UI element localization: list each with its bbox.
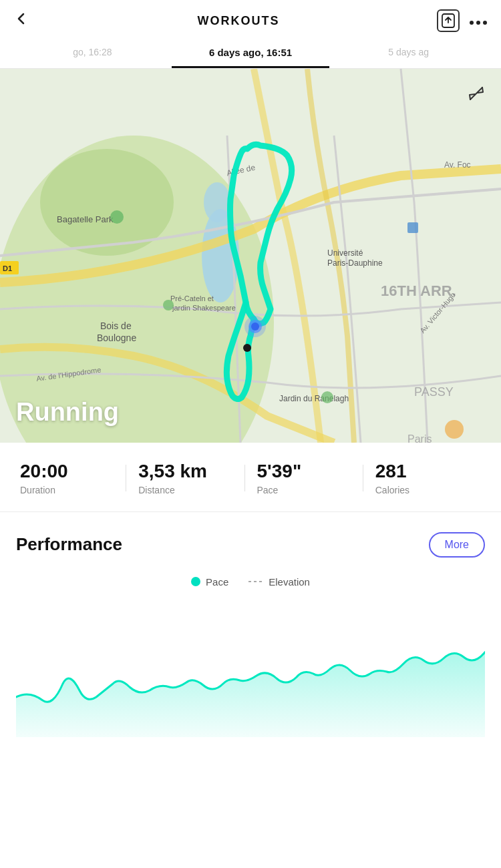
performance-chart xyxy=(16,604,485,737)
svg-text:jardin Shakespeare: jardin Shakespeare xyxy=(172,304,236,312)
stat-duration: 20:00 Duration xyxy=(20,461,126,495)
chart-svg xyxy=(16,604,485,737)
pace-legend-label: Pace xyxy=(206,576,228,588)
svg-text:Bagatelle Park: Bagatelle Park xyxy=(57,214,114,224)
tab-prev[interactable]: go, 16:28 xyxy=(13,39,172,68)
svg-text:Pré-Cateln et: Pré-Cateln et xyxy=(170,294,214,302)
performance-header: Performance More xyxy=(16,532,485,558)
svg-point-27 xyxy=(445,420,464,439)
svg-text:Paris-Dauphine: Paris-Dauphine xyxy=(327,258,383,268)
more-button[interactable]: More xyxy=(429,532,485,558)
legend-pace: Pace xyxy=(191,576,228,588)
distance-value: 3,53 km xyxy=(138,461,244,482)
svg-point-8 xyxy=(204,182,230,222)
svg-point-38 xyxy=(243,344,251,352)
expand-icon[interactable] xyxy=(465,81,489,105)
page-title: WORKOUTS xyxy=(198,14,280,28)
svg-text:Université: Université xyxy=(327,248,363,258)
svg-point-2 xyxy=(476,21,480,25)
elevation-legend-label: Elevation xyxy=(269,576,310,588)
svg-text:Jardin du Ranelagh: Jardin du Ranelagh xyxy=(279,394,349,403)
legend-elevation: Elevation xyxy=(248,576,310,588)
more-options-icon[interactable] xyxy=(469,12,488,29)
pace-legend-dot xyxy=(191,577,200,586)
svg-rect-21 xyxy=(407,222,418,233)
tab-bar: go, 16:28 6 days ago, 16:51 5 days ag xyxy=(0,39,501,69)
legend-row: Pace Elevation xyxy=(16,576,485,588)
svg-point-18 xyxy=(163,300,174,310)
svg-point-13 xyxy=(110,210,124,224)
distance-label: Distance xyxy=(138,485,244,495)
svg-text:Galerie: Galerie xyxy=(414,442,440,443)
calories-value: 281 xyxy=(375,461,481,482)
stats-row: 20:00 Duration 3,53 km Distance 5'39" Pa… xyxy=(0,443,501,512)
performance-section: Performance More Pace Elevation xyxy=(0,512,501,750)
svg-text:Boulogne: Boulogne xyxy=(97,333,136,343)
stat-calories: 281 Calories xyxy=(363,461,481,495)
svg-point-3 xyxy=(483,21,487,25)
svg-point-37 xyxy=(251,322,259,331)
calories-label: Calories xyxy=(375,485,481,495)
svg-text:Av. Foc: Av. Foc xyxy=(444,160,471,170)
svg-text:Bois de: Bois de xyxy=(100,320,132,331)
tab-next[interactable]: 5 days ag xyxy=(329,39,488,68)
svg-text:16TH ARR.: 16TH ARR. xyxy=(381,282,456,299)
tab-current[interactable]: 6 days ago, 16:51 xyxy=(172,39,330,68)
upload-icon[interactable] xyxy=(437,9,460,32)
duration-label: Duration xyxy=(20,485,126,495)
performance-title: Performance xyxy=(16,534,122,555)
activity-label: Running xyxy=(16,398,119,427)
pace-value: 5'39" xyxy=(257,461,363,482)
svg-text:Paris: Paris xyxy=(407,433,432,443)
back-button[interactable] xyxy=(13,10,40,31)
stat-distance: 3,53 km Distance xyxy=(126,461,244,495)
svg-point-23 xyxy=(321,391,333,403)
header: WORKOUTS xyxy=(0,0,501,39)
svg-text:D1: D1 xyxy=(3,264,12,272)
pace-label: Pace xyxy=(257,485,363,495)
duration-value: 20:00 xyxy=(20,461,126,482)
stat-pace: 5'39" Pace xyxy=(245,461,363,495)
header-actions xyxy=(437,9,488,32)
elevation-legend-icon xyxy=(248,578,263,585)
svg-text:PASSY: PASSY xyxy=(414,385,454,399)
svg-point-1 xyxy=(470,21,474,25)
map-svg: 16TH ARR. PASSY Paris Bagatelle Park Boi… xyxy=(0,69,501,443)
map-container: 16TH ARR. PASSY Paris Bagatelle Park Boi… xyxy=(0,69,501,443)
